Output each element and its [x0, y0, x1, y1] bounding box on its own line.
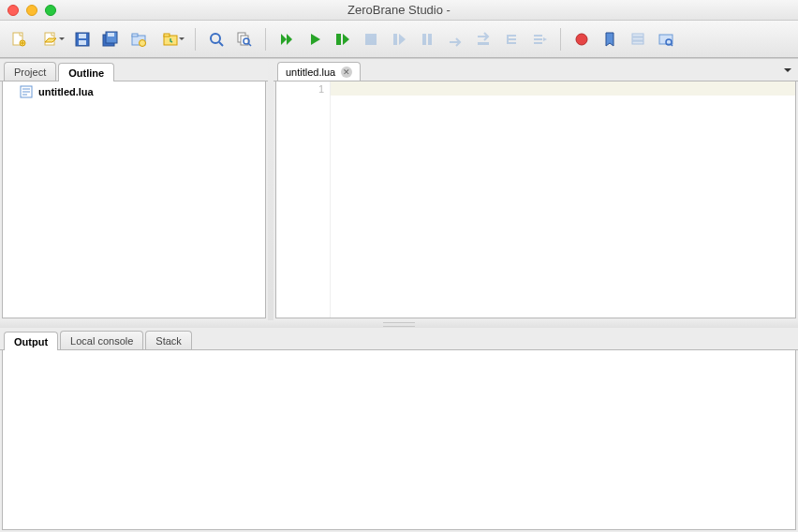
lua-file-icon	[20, 85, 33, 98]
start-debugging-icon	[278, 31, 295, 48]
window-close-button[interactable]	[7, 5, 19, 16]
code-editor[interactable]: 1	[275, 81, 796, 318]
svg-rect-18	[336, 34, 341, 45]
stop-icon	[362, 31, 379, 48]
save-all-button[interactable]	[97, 26, 124, 52]
run-to-cursor-icon	[531, 31, 548, 48]
run-button[interactable]	[302, 26, 328, 52]
project-dir-icon	[130, 31, 147, 48]
watch-button[interactable]	[653, 26, 679, 52]
breakpoint-button[interactable]	[569, 26, 595, 52]
open-file-icon	[42, 31, 59, 48]
save-icon	[74, 31, 91, 48]
close-tab-button[interactable]: ✕	[341, 66, 352, 78]
window-maximize-button[interactable]	[45, 5, 56, 16]
find-in-files-button[interactable]	[231, 26, 258, 52]
open-file-button[interactable]	[34, 26, 67, 52]
stack-icon	[629, 31, 646, 48]
break-button[interactable]	[414, 26, 440, 52]
bottom-panel: Output Local console Stack	[0, 328, 798, 532]
trace-icon	[503, 31, 520, 48]
window-minimize-button[interactable]	[26, 5, 37, 16]
step-over-icon	[447, 31, 464, 48]
toolbar-separator	[265, 28, 266, 51]
run-icon	[306, 31, 323, 48]
stop-button[interactable]	[358, 26, 384, 52]
side-panel: Project Outline untitled.lua	[0, 59, 268, 320]
step-into-button[interactable]	[386, 26, 412, 52]
svg-rect-23	[478, 42, 489, 45]
step-over-button[interactable]	[442, 26, 468, 52]
svg-rect-25	[632, 34, 643, 37]
run-to-cursor-button[interactable]	[526, 26, 553, 52]
toolbar-separator	[560, 28, 561, 51]
svg-rect-27	[632, 41, 643, 44]
step-out-button[interactable]	[470, 26, 496, 52]
toolbar-separator	[195, 28, 196, 51]
svg-rect-13	[164, 34, 170, 37]
step-out-icon	[475, 31, 492, 48]
svg-rect-22	[428, 34, 432, 45]
svg-rect-20	[393, 34, 397, 45]
bottom-tabs: Output Local console Stack	[0, 328, 798, 350]
step-into-icon	[391, 31, 407, 48]
bookmark-button[interactable]	[597, 26, 623, 52]
recent-projects-button[interactable]	[154, 26, 187, 52]
side-tabs: Project Outline	[0, 59, 268, 81]
find-icon	[208, 31, 225, 48]
tab-stack[interactable]: Stack	[145, 331, 192, 349]
outline-item-label: untitled.lua	[38, 86, 94, 97]
output-view[interactable]	[2, 350, 796, 530]
main-split: Project Outline untitled.lua untitled.lu…	[0, 58, 798, 320]
code-area[interactable]	[331, 81, 795, 318]
recent-projects-icon	[162, 31, 179, 48]
tab-output[interactable]: Output	[4, 332, 58, 350]
line-gutter: 1	[276, 81, 331, 318]
editor-tabs: untitled.lua ✕	[273, 59, 798, 81]
tab-local-console[interactable]: Local console	[60, 331, 143, 349]
tab-project[interactable]: Project	[4, 62, 56, 81]
project-dir-button[interactable]	[126, 26, 152, 52]
svg-point-14	[211, 34, 220, 43]
svg-rect-10	[132, 34, 138, 37]
editor-tab-label: untitled.lua	[286, 66, 335, 78]
save-all-icon	[102, 31, 119, 48]
editor-area: untitled.lua ✕ 1	[273, 59, 798, 320]
svg-rect-19	[365, 34, 377, 45]
svg-point-24	[576, 34, 587, 45]
editor-tab[interactable]: untitled.lua ✕	[277, 62, 361, 81]
trace-button[interactable]	[498, 26, 525, 52]
new-file-button[interactable]	[6, 26, 32, 52]
outline-item[interactable]: untitled.lua	[3, 81, 265, 102]
svg-rect-4	[79, 34, 86, 38]
svg-rect-5	[79, 40, 86, 45]
new-file-icon	[10, 31, 27, 48]
toolbar	[0, 21, 798, 58]
tab-outline[interactable]: Outline	[58, 63, 114, 81]
stack-button[interactable]	[625, 26, 651, 52]
svg-rect-21	[422, 34, 426, 45]
tabs-overflow-button[interactable]	[781, 64, 794, 77]
titlebar: ZeroBrane Studio -	[0, 0, 798, 21]
window-title: ZeroBrane Studio -	[0, 3, 798, 17]
break-icon	[419, 31, 436, 48]
svg-rect-26	[632, 37, 643, 40]
find-button[interactable]	[203, 26, 229, 52]
watch-icon	[658, 31, 674, 48]
run-detached-button[interactable]	[330, 26, 356, 52]
start-debugging-button[interactable]	[273, 26, 300, 52]
breakpoint-icon	[573, 31, 590, 48]
bookmark-icon	[601, 31, 618, 48]
line-number: 1	[276, 83, 324, 95]
save-button[interactable]	[69, 26, 96, 52]
find-in-files-icon	[236, 31, 253, 48]
code-line[interactable]	[331, 81, 795, 96]
svg-point-11	[140, 39, 146, 46]
svg-rect-8	[108, 33, 114, 37]
run-detached-icon	[334, 31, 351, 48]
outline-view[interactable]: untitled.lua	[2, 81, 266, 318]
horizontal-splitter[interactable]	[0, 320, 798, 328]
